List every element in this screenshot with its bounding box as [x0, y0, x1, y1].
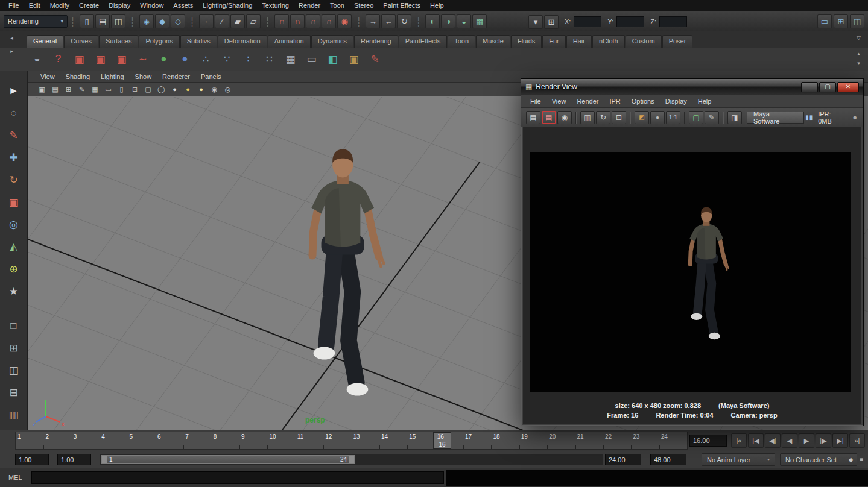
paint-effects-curve-icon[interactable]: ∼	[133, 50, 152, 69]
command-input[interactable]	[31, 471, 444, 484]
snapshot-button[interactable]: ◉	[557, 111, 572, 124]
shelf-tab-surfaces[interactable]: Surfaces	[99, 35, 138, 48]
grease-pencil-icon[interactable]: ✎	[76, 84, 87, 95]
timeline-frame-tick[interactable]: 12	[323, 432, 351, 449]
save-scene-button[interactable]: ◫	[111, 14, 125, 28]
snap-to-points-button[interactable]: ∩	[306, 14, 320, 28]
bookmarks-icon[interactable]: ▤	[49, 84, 61, 95]
range-slider-track[interactable]: 1 24	[100, 454, 603, 465]
rv-menu-display[interactable]: Display	[660, 98, 692, 105]
shelf-tab-rendering[interactable]: Rendering	[354, 35, 398, 48]
grid-icon[interactable]: ▦	[281, 50, 300, 69]
select-faces-mask-button[interactable]: ▰	[230, 14, 245, 28]
shelf-menu-button[interactable]: ▸	[7, 47, 16, 55]
menu-edit[interactable]: Edit	[24, 1, 45, 10]
image-plane-icon[interactable]: ⊞	[63, 84, 74, 95]
ipr-render-button[interactable]: ▥	[580, 111, 595, 124]
rv-menu-ipr[interactable]: IPR	[604, 98, 626, 105]
range-slider-bar[interactable]: 1 24	[101, 455, 355, 464]
refresh-ipr-image-button[interactable]: ↻	[596, 111, 610, 124]
timeline-frame-tick[interactable]: 22	[603, 432, 631, 449]
shelf-tab-fluids[interactable]: Fluids	[511, 35, 542, 48]
y-coord-input[interactable]	[616, 16, 644, 27]
snap-to-grids-button[interactable]: ∩	[274, 14, 289, 28]
script-editor-layout-button[interactable]: ▥	[4, 405, 24, 425]
green-sphere-icon[interactable]: ●	[154, 50, 173, 69]
timeline-frame-tick[interactable]: 2	[43, 432, 71, 449]
step-back-frame-button[interactable]: |◀	[748, 433, 764, 448]
camera-aim-icon[interactable]: ▣	[91, 50, 110, 69]
knife-tool-icon[interactable]: ✎	[366, 50, 384, 69]
rotate-tool[interactable]: ↻	[4, 170, 24, 190]
scale-tool[interactable]: ▣	[4, 192, 24, 212]
select-tool[interactable]: ►	[4, 81, 24, 101]
vp-menu-renderer[interactable]: Renderer	[157, 73, 195, 80]
lasso-select-tool[interactable]: ◌	[4, 103, 24, 123]
animation-preferences-button[interactable]: ≡	[857, 454, 866, 465]
universal-manipulator-tool[interactable]: ◎	[4, 215, 24, 234]
ipr-region-button[interactable]: ⊡	[612, 111, 626, 124]
play-forwards-button[interactable]: ▶	[799, 433, 814, 448]
hypergraph-hierarchy-icon[interactable]: ∴	[197, 50, 215, 69]
step-back-key-button[interactable]: ◀|	[765, 433, 781, 448]
current-time-field[interactable]	[689, 435, 727, 447]
step-forward-key-button[interactable]: |▶	[816, 433, 831, 448]
shelf-tab-subdivs[interactable]: Subdivs	[180, 35, 217, 48]
rv-menu-render[interactable]: Render	[571, 98, 604, 105]
vp-menu-lighting[interactable]: Lighting	[95, 73, 130, 80]
menu-assets[interactable]: Assets	[168, 1, 198, 10]
vp-menu-shading[interactable]: Shading	[60, 73, 95, 80]
vp-menu-view[interactable]: View	[35, 73, 60, 80]
select-points-mask-button[interactable]: ∙	[199, 14, 214, 28]
menu-render[interactable]: Render	[294, 1, 325, 10]
minimize-button[interactable]: –	[801, 82, 818, 92]
menu-modify[interactable]: Modify	[45, 1, 74, 10]
snap-to-view-planes-button[interactable]: ∩	[322, 14, 336, 28]
edit-region-button[interactable]: ✎	[705, 111, 719, 124]
menu-window[interactable]: Window	[135, 1, 168, 10]
pause-ipr-icon[interactable]: ▮▮	[805, 114, 813, 121]
go-to-start-button[interactable]: |«	[731, 433, 747, 448]
shelf-tab-fur[interactable]: Fur	[542, 35, 566, 48]
rv-menu-file[interactable]: File	[525, 98, 546, 105]
single-pane-layout-button[interactable]: ▭	[817, 14, 832, 28]
timeline-frame-tick[interactable]: 15	[407, 432, 435, 449]
shelf-tab-polygons[interactable]: Polygons	[139, 35, 179, 48]
menu-stereo[interactable]: Stereo	[349, 1, 378, 10]
maximize-button[interactable]: ▢	[819, 82, 836, 92]
timeline-frame-tick[interactable]: 1	[16, 432, 43, 449]
help-question-icon[interactable]: ?	[49, 50, 68, 69]
four-view-layout-button[interactable]: ⊞	[4, 338, 24, 358]
hypergraph-persp-layout-button[interactable]: ⊟	[4, 383, 24, 403]
timeline-frame-tick[interactable]: 18	[491, 432, 519, 449]
menu-paint-effects[interactable]: Paint Effects	[378, 1, 425, 10]
snap-to-curves-button[interactable]: ∩	[290, 14, 305, 28]
vp-menu-panels[interactable]: Panels	[195, 73, 227, 80]
rv-menu-view[interactable]: View	[546, 98, 572, 105]
shelf-tab-deformation[interactable]: Deformation	[218, 35, 267, 48]
timeline-frame-tick[interactable]: 17	[463, 432, 491, 449]
absolute-relative-toggle[interactable]: ⊞	[544, 15, 559, 29]
single-pane-layout-button[interactable]: □	[4, 316, 24, 336]
timeline-frame-tick[interactable]: 8	[212, 432, 239, 449]
timeline-frame-tick[interactable]: 24	[659, 432, 687, 449]
timeline-frame-tick[interactable]: 3	[72, 432, 100, 449]
shelf-tab-curves[interactable]: Curves	[64, 35, 98, 48]
new-scene-button[interactable]: ▯	[80, 14, 94, 28]
shelf-tab-painteffects[interactable]: PaintEffects	[399, 35, 448, 48]
open-render-settings-button[interactable]: ◨	[727, 111, 742, 124]
menu-lighting-shading[interactable]: Lighting/Shading	[198, 1, 257, 10]
render-settings-button[interactable]: ▩	[472, 14, 487, 28]
timeline-frame-tick[interactable]: 11	[296, 432, 323, 449]
output-connections-button[interactable]: ←	[381, 14, 396, 28]
timeline-frame-tick[interactable]: 20	[547, 432, 575, 449]
render-view-titlebar[interactable]: ▦ Render View –▢✕	[521, 79, 863, 95]
move-tool[interactable]: ✚	[4, 148, 24, 168]
range-end-handle[interactable]	[349, 456, 354, 463]
open-scene-button[interactable]: ▤	[95, 14, 110, 28]
timeline-frame-tick[interactable]: 23	[631, 432, 659, 449]
render-current-frame-button[interactable]: ◑	[441, 14, 455, 28]
soft-modification-tool[interactable]: ◭	[4, 237, 24, 257]
xray-icon[interactable]: ◎	[222, 84, 233, 95]
timeline-frame-tick[interactable]: 7	[183, 432, 211, 449]
